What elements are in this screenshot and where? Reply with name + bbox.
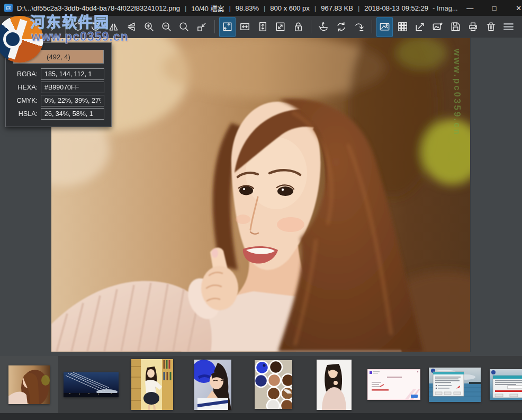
rgba-value-field[interactable] [41,68,104,80]
thumbnail-image-library [131,359,173,410]
fullscreen-button[interactable] [412,17,428,37]
app-logo-icon [4,4,13,12]
close-button[interactable]: ✕ [507,0,522,16]
refresh-icon [335,21,347,33]
reload-button[interactable] [351,17,367,37]
file-path: D:\...\df55c2a3-3ddb-4bd4-ba78-4f022f832… [17,4,180,12]
file-index: 10/40 檔案 [191,3,224,13]
zoom-out-button[interactable] [158,17,175,37]
thumbnail-image-night-sky [64,372,119,397]
hexa-label: HEXA: [13,84,41,91]
thumbnail-grid-button[interactable] [394,17,410,37]
auto-zoom-button[interactable] [219,17,236,37]
file-size: 967.83 KB [321,4,353,12]
thumbnail-selected[interactable] [0,356,58,413]
hexa-value-field[interactable] [41,82,104,93]
flip-vertical-button[interactable] [123,17,139,37]
thumbnail-panel-button[interactable] [376,17,393,37]
next-icon [47,21,59,33]
flip-horizontal-icon [107,21,120,33]
thumbnail-image-color-circles [255,360,292,409]
thumbnail[interactable] [255,360,292,409]
pixel-coordinate: (492, 4) [47,53,70,61]
scale-to-height-icon [257,21,269,33]
flip-vertical-icon [125,21,137,33]
modified-date: 2018-08-13 09:52:29 [364,4,428,12]
title-separator: | [314,4,316,12]
color-swatch: (492, 4) [13,50,104,64]
color-picker-panel[interactable]: (492, 4) RGBA: HEXA: CMYK: HSLA: [5,42,112,127]
title-separator: | [358,4,359,12]
print-icon [467,21,479,33]
delete-button[interactable] [482,17,499,37]
minimize-button[interactable]: — [458,0,482,16]
previous-button[interactable] [26,17,43,37]
app-name: - Imag... [433,4,458,12]
rotate-right-button[interactable] [87,17,104,37]
trash-icon [485,21,497,33]
actual-size-button[interactable] [176,17,192,37]
thumbnail-image-ocean-dialog [429,368,481,402]
titlebar[interactable]: D:\...\df55c2a3-3ddb-4bd4-ba78-4f022f832… [0,0,522,16]
thumbnail-image-ocean-dialog-2 [490,369,522,400]
refresh-button[interactable] [333,17,349,37]
flip-horizontal-button[interactable] [105,17,122,37]
window-controls: — □ ✕ [458,0,522,16]
hsla-label: HSLA: [13,110,41,118]
maximize-button[interactable]: □ [482,0,507,16]
zoom-to-fit-button[interactable] [272,17,289,37]
scale-to-height-button[interactable] [255,17,271,37]
scale-to-width-button[interactable] [237,17,253,37]
hamburger-menu-icon [502,21,515,33]
thumbnail-scrollbar-track[interactable] [0,413,522,420]
thumbnail[interactable] [317,360,352,410]
thumbnail-image-portrait [8,365,50,404]
thumbnail-image-pink-screenshot [367,369,420,400]
title-separator: | [185,4,186,12]
thumbnail-image-sweater-girl [317,360,352,410]
main-image[interactable]: www.pc0359.cn [51,38,470,352]
save-button[interactable] [447,17,464,37]
toolbar-separator [65,20,66,33]
cmyk-value-field[interactable] [41,95,104,106]
zoom-in-icon [143,21,155,33]
portrait-photo [51,38,470,352]
thumbnail[interactable] [490,369,522,400]
image-dimensions: 800 x 600 px [270,4,309,12]
zoom-out-icon [160,21,173,33]
lock-zoom-button[interactable] [290,17,306,37]
rotate-right-icon [89,21,102,33]
thumbnail[interactable] [131,359,173,410]
title-separator: | [229,4,230,12]
thumbnail-panel-icon [379,21,391,33]
edit-icon [318,21,330,33]
reload-icon [353,21,365,33]
thumbnail-grid-icon [397,21,409,33]
thumbnail[interactable] [429,368,481,402]
thumbnail[interactable] [194,360,231,410]
scale-to-fit-button[interactable] [194,17,210,37]
zoom-in-button[interactable] [140,17,157,37]
color-row-hexa: HEXA: [13,82,104,93]
scale-to-fit-icon [196,21,208,33]
print-button[interactable] [465,17,481,37]
actual-size-icon [178,21,190,33]
thumbnail[interactable] [64,372,119,397]
thumbnail-bar[interactable] [0,356,522,413]
hsla-value-field[interactable] [41,108,104,120]
slideshow-button[interactable] [429,17,446,37]
next-button[interactable] [44,17,60,37]
slideshow-icon [431,21,444,33]
lock-icon [292,21,304,33]
thumbnail-image-helmet-girl [194,360,231,410]
auto-zoom-icon [221,21,233,33]
main-menu-button[interactable] [500,17,517,37]
edit-button[interactable] [316,17,332,37]
rotate-left-button[interactable] [70,17,86,37]
thumbnail[interactable] [367,369,420,400]
color-row-cmyk: CMYK: [13,95,104,106]
toolbar [0,16,522,38]
rgba-label: RGBA: [13,70,41,78]
previous-icon [29,21,41,33]
save-icon [449,21,462,33]
